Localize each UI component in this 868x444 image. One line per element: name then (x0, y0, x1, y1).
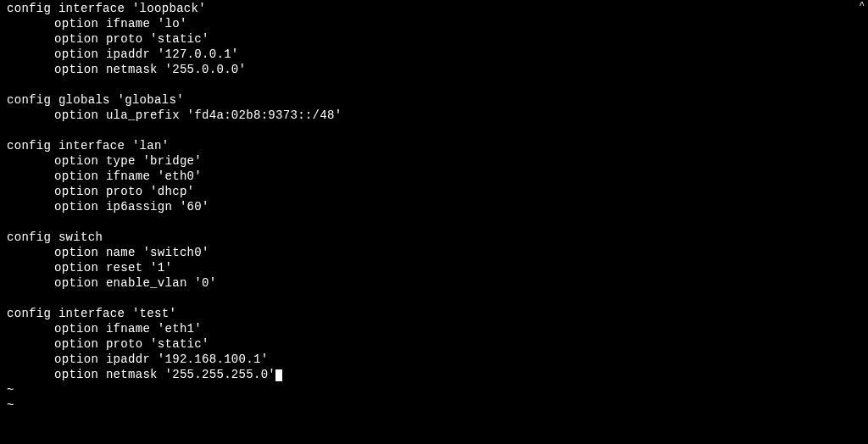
config-line: config interface 'loopback' (7, 1, 868, 16)
config-line (7, 123, 868, 138)
config-text: config interface 'test' (7, 307, 176, 320)
config-line: option ifname 'eth1' (7, 321, 868, 336)
config-line: config globals 'globals' (7, 92, 868, 108)
config-line: option netmask '255.0.0.0' (7, 62, 868, 77)
config-line: option netmask '255.255.255.0' (7, 367, 868, 382)
config-text: option ula_prefix 'fd4a:02b8:9373::/48' (54, 108, 342, 122)
config-line: option ipaddr '127.0.0.1' (7, 47, 868, 62)
config-text: config interface 'lan' (7, 139, 169, 153)
config-text: option type 'bridge' (54, 154, 202, 168)
config-line: option proto 'dhcp' (7, 184, 868, 199)
config-line: option ula_prefix 'fd4a:02b8:9373::/48' (7, 108, 868, 123)
config-line: option proto 'static' (7, 336, 868, 352)
config-line: option proto 'static' (7, 31, 868, 47)
config-text: option name 'switch0' (54, 246, 209, 259)
cursor (275, 369, 282, 381)
config-text: config interface 'loopback' (7, 2, 206, 15)
config-text: config switch (7, 230, 103, 244)
empty-line-tilde: ~ (7, 397, 868, 413)
config-line: option name 'switch0' (7, 245, 868, 260)
config-text: option proto 'static' (54, 337, 209, 351)
empty-line-tilde: ~ (7, 382, 868, 397)
scroll-up-arrow[interactable]: ^ (859, 1, 865, 10)
config-line: config interface 'lan' (7, 138, 868, 153)
config-line: option type 'bridge' (7, 153, 868, 169)
config-text: option ipaddr '192.168.100.1' (54, 352, 268, 366)
config-line (7, 77, 868, 92)
config-line: option enable_vlan '0' (7, 275, 868, 291)
config-text: option netmask '255.255.255.0' (54, 368, 275, 381)
config-line (7, 214, 868, 230)
config-text: option enable_vlan '0' (54, 276, 216, 290)
config-line: option ip6assign '60' (7, 199, 868, 214)
config-line: option reset '1' (7, 260, 868, 275)
config-text: option ifname 'eth1' (54, 322, 202, 336)
config-text: config globals 'globals' (7, 93, 184, 107)
config-text: option ifname 'lo' (54, 17, 187, 31)
config-line: option ifname 'eth0' (7, 169, 868, 184)
terminal-editor[interactable]: config interface 'loopback'option ifname… (0, 0, 868, 413)
config-text: option netmask '255.0.0.0' (54, 63, 246, 76)
config-line: option ifname 'lo' (7, 16, 868, 31)
config-text: option proto 'static' (54, 32, 209, 46)
config-text: option proto 'dhcp' (54, 185, 194, 198)
config-line: option ipaddr '192.168.100.1' (7, 352, 868, 367)
config-line (7, 291, 868, 306)
config-text: option ipaddr '127.0.0.1' (54, 47, 239, 61)
config-text: option ip6assign '60' (54, 200, 209, 214)
config-text: option reset '1' (54, 261, 172, 275)
config-text: option ifname 'eth0' (54, 169, 202, 183)
config-line: config interface 'test' (7, 306, 868, 321)
config-line: config switch (7, 230, 868, 245)
